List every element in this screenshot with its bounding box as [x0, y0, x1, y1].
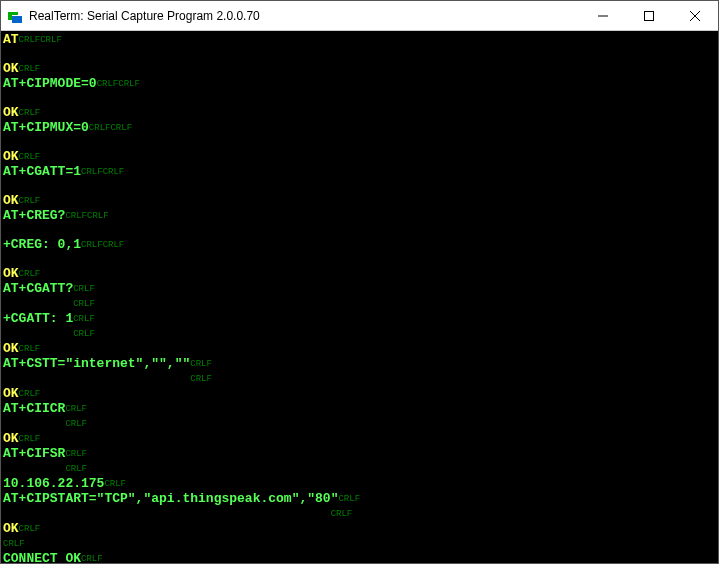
terminal-text: OK: [3, 105, 19, 120]
terminal-text: AT+CSTT="internet","","": [3, 356, 190, 371]
terminal-text: OK: [3, 149, 19, 164]
terminal-line: CRLF: [3, 462, 716, 477]
terminal-text: [3, 416, 65, 431]
terminal-text: AT+CGATT=1: [3, 164, 81, 179]
crlf-marker: CRLF: [19, 389, 41, 399]
terminal-text: AT+CIPMUX=0: [3, 120, 89, 135]
terminal-line: CRLF: [3, 537, 716, 552]
crlf-marker: CRLF: [104, 479, 126, 489]
svg-rect-1: [12, 15, 22, 23]
app-window: RealTerm: Serial Capture Program 2.0.0.7…: [0, 0, 719, 564]
terminal-text: [3, 296, 73, 311]
crlf-marker: CRLF: [65, 449, 87, 459]
terminal-text: AT+CIPMODE=0: [3, 76, 97, 91]
crlf-marker: CRLF: [19, 152, 41, 162]
terminal-line: +CREG: 0,1CRLFCRLF: [3, 238, 716, 253]
crlf-marker: CRLF: [65, 211, 87, 221]
crlf-marker: CRLF: [338, 494, 360, 504]
crlf-marker: CRLF: [118, 79, 140, 89]
crlf-marker: CRLF: [73, 314, 95, 324]
terminal-line: AT+CIPMODE=0CRLFCRLF: [3, 77, 716, 92]
terminal-line: [3, 180, 716, 194]
terminal-text: CONNECT OK: [3, 551, 81, 563]
terminal-line: [3, 136, 716, 150]
crlf-marker: CRLF: [40, 35, 62, 45]
terminal-line: OKCRLF: [3, 522, 716, 537]
terminal-line: CRLF: [3, 327, 716, 342]
crlf-marker: CRLF: [103, 167, 125, 177]
terminal-text: AT: [3, 32, 19, 47]
terminal-output[interactable]: ATCRLFCRLF OKCRLFAT+CIPMODE=0CRLFCRLF OK…: [1, 31, 718, 563]
terminal-line: AT+CGATT=1CRLFCRLF: [3, 165, 716, 180]
crlf-marker: CRLF: [190, 374, 212, 384]
minimize-button[interactable]: [580, 1, 626, 30]
terminal-line: OKCRLF: [3, 342, 716, 357]
crlf-marker: CRLF: [81, 167, 103, 177]
crlf-marker: CRLF: [81, 240, 103, 250]
crlf-marker: CRLF: [190, 359, 212, 369]
terminal-text: OK: [3, 386, 19, 401]
terminal-line: OKCRLF: [3, 106, 716, 121]
terminal-text: [3, 371, 190, 386]
terminal-line: OKCRLF: [3, 267, 716, 282]
terminal-text: AT+CGATT?: [3, 281, 73, 296]
terminal-line: OKCRLF: [3, 62, 716, 77]
crlf-marker: CRLF: [89, 123, 111, 133]
terminal-text: [3, 326, 73, 341]
terminal-line: AT+CSTT="internet","",""CRLF: [3, 357, 716, 372]
terminal-text: +CGATT: 1: [3, 311, 73, 326]
crlf-marker: CRLF: [73, 329, 95, 339]
window-controls: [580, 1, 718, 30]
crlf-marker: CRLF: [19, 269, 41, 279]
terminal-text: OK: [3, 266, 19, 281]
crlf-marker: CRLF: [3, 539, 25, 549]
terminal-line: CRLF: [3, 297, 716, 312]
crlf-marker: CRLF: [19, 108, 41, 118]
terminal-text: [3, 506, 331, 521]
crlf-marker: CRLF: [19, 196, 41, 206]
terminal-line: AT+CIFSRCRLF: [3, 447, 716, 462]
svg-rect-2: [12, 15, 22, 16]
crlf-marker: CRLF: [87, 211, 109, 221]
terminal-text: AT+CREG?: [3, 208, 65, 223]
terminal-text: OK: [3, 521, 19, 536]
crlf-marker: CRLF: [65, 404, 87, 414]
maximize-button[interactable]: [626, 1, 672, 30]
terminal-line: [3, 253, 716, 267]
terminal-text: AT+CIICR: [3, 401, 65, 416]
close-button[interactable]: [672, 1, 718, 30]
app-icon: [7, 8, 23, 24]
titlebar[interactable]: RealTerm: Serial Capture Program 2.0.0.7…: [1, 1, 718, 31]
terminal-line: [3, 48, 716, 62]
crlf-marker: CRLF: [81, 554, 103, 563]
terminal-line: OKCRLF: [3, 387, 716, 402]
terminal-line: ATCRLFCRLF: [3, 33, 716, 48]
terminal-line: CRLF: [3, 417, 716, 432]
terminal-line: OKCRLF: [3, 194, 716, 209]
terminal-line: AT+CREG?CRLFCRLF: [3, 209, 716, 224]
terminal-text: AT+CIFSR: [3, 446, 65, 461]
crlf-marker: CRLF: [73, 284, 95, 294]
terminal-line: CRLF: [3, 507, 716, 522]
terminal-text: [3, 461, 65, 476]
window-title: RealTerm: Serial Capture Program 2.0.0.7…: [29, 9, 580, 23]
terminal-line: AT+CIICRCRLF: [3, 402, 716, 417]
crlf-marker: CRLF: [19, 344, 41, 354]
crlf-marker: CRLF: [19, 524, 41, 534]
terminal-line: [3, 92, 716, 106]
terminal-text: 10.106.22.175: [3, 476, 104, 491]
crlf-marker: CRLF: [331, 509, 353, 519]
terminal-line: AT+CIPSTART="TCP","api.thingspeak.com","…: [3, 492, 716, 507]
crlf-marker: CRLF: [19, 35, 41, 45]
terminal-line: AT+CIPMUX=0CRLFCRLF: [3, 121, 716, 136]
svg-rect-4: [645, 11, 654, 20]
terminal-line: CONNECT OKCRLF: [3, 552, 716, 563]
crlf-marker: CRLF: [103, 240, 125, 250]
terminal-text: +CREG: 0,1: [3, 237, 81, 252]
terminal-text: OK: [3, 431, 19, 446]
crlf-marker: CRLF: [65, 419, 87, 429]
terminal-line: 10.106.22.175CRLF: [3, 477, 716, 492]
crlf-marker: CRLF: [19, 434, 41, 444]
terminal-line: [3, 224, 716, 238]
terminal-text: OK: [3, 341, 19, 356]
